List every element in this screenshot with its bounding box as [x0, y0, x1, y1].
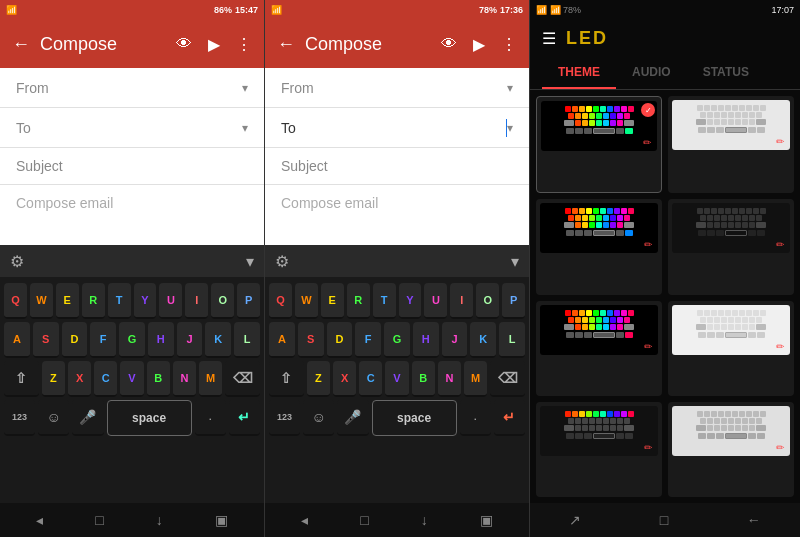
key-w-2[interactable]: W — [295, 283, 318, 319]
eye-icon-2[interactable]: 👁 — [441, 35, 457, 53]
settings-icon-2[interactable]: ⚙ — [275, 252, 289, 271]
theme-card-5[interactable]: ✏ — [536, 301, 662, 396]
key-emoji-2[interactable]: ☺ — [303, 400, 334, 436]
led-nav-home[interactable]: □ — [660, 512, 668, 528]
led-nav-back[interactable]: ← — [747, 512, 761, 528]
key-c-2[interactable]: C — [359, 361, 382, 397]
key-z-2[interactable]: Z — [307, 361, 330, 397]
nav-recent-1[interactable]: ▣ — [215, 512, 228, 528]
key-backspace-2[interactable]: ⌫ — [490, 361, 525, 397]
key-q[interactable]: Q — [4, 283, 27, 319]
key-j[interactable]: J — [177, 322, 203, 358]
key-n-2[interactable]: N — [438, 361, 461, 397]
edit-icon-8[interactable]: ✏ — [776, 442, 788, 454]
edit-icon-6[interactable]: ✏ — [776, 341, 788, 353]
nav-back-2[interactable]: ◂ — [301, 512, 308, 528]
key-r[interactable]: R — [82, 283, 105, 319]
send-icon-1[interactable]: ▶ — [208, 35, 220, 54]
key-e-2[interactable]: E — [321, 283, 344, 319]
key-i[interactable]: I — [185, 283, 208, 319]
tab-audio[interactable]: AUDIO — [616, 57, 687, 89]
from-field-1[interactable]: From ▾ — [0, 68, 264, 108]
key-y[interactable]: Y — [134, 283, 157, 319]
nav-recent-2[interactable]: ▣ — [480, 512, 493, 528]
key-u-2[interactable]: U — [424, 283, 447, 319]
key-q-2[interactable]: Q — [269, 283, 292, 319]
nav-home-1[interactable]: □ — [95, 512, 103, 528]
eye-icon-1[interactable]: 👁 — [176, 35, 192, 53]
back-button-1[interactable]: ← — [12, 34, 30, 55]
more-icon-2[interactable]: ⋮ — [501, 35, 517, 54]
tab-theme[interactable]: THEME — [542, 57, 616, 89]
key-v[interactable]: V — [120, 361, 143, 397]
to-field-1[interactable]: To ▾ — [0, 108, 264, 148]
send-icon-2[interactable]: ▶ — [473, 35, 485, 54]
key-123[interactable]: 123 — [4, 400, 35, 436]
to-field-2[interactable]: To ▾ — [265, 108, 529, 148]
key-z[interactable]: Z — [42, 361, 65, 397]
from-dropdown-2[interactable]: ▾ — [507, 81, 513, 95]
key-o-2[interactable]: O — [476, 283, 499, 319]
key-g-2[interactable]: G — [384, 322, 410, 358]
key-backspace[interactable]: ⌫ — [225, 361, 260, 397]
nav-down-2[interactable]: ↓ — [421, 512, 428, 528]
key-enter[interactable]: ↵ — [229, 400, 260, 436]
key-d-2[interactable]: D — [327, 322, 353, 358]
nav-down-1[interactable]: ↓ — [156, 512, 163, 528]
key-m[interactable]: M — [199, 361, 222, 397]
key-h-2[interactable]: H — [413, 322, 439, 358]
edit-icon-3[interactable]: ✏ — [644, 239, 656, 251]
key-j-2[interactable]: J — [442, 322, 468, 358]
key-w[interactable]: W — [30, 283, 53, 319]
edit-icon-1[interactable]: ✏ — [643, 137, 655, 149]
tab-status[interactable]: STATUS — [687, 57, 765, 89]
key-period-2[interactable]: . — [460, 400, 491, 436]
theme-card-8[interactable]: ✏ — [668, 402, 794, 497]
theme-card-7[interactable]: ✏ — [536, 402, 662, 497]
nav-back-1[interactable]: ◂ — [36, 512, 43, 528]
key-i-2[interactable]: I — [450, 283, 473, 319]
key-a-2[interactable]: A — [269, 322, 295, 358]
key-mic[interactable]: 🎤 — [72, 400, 103, 436]
key-p[interactable]: P — [237, 283, 260, 319]
keyboard-collapse-icon-2[interactable]: ▾ — [511, 252, 519, 271]
key-x[interactable]: X — [68, 361, 91, 397]
key-enter-2[interactable]: ↵ — [494, 400, 525, 436]
key-period[interactable]: . — [195, 400, 226, 436]
keyboard-collapse-icon-1[interactable]: ▾ — [246, 252, 254, 271]
key-f[interactable]: F — [90, 322, 116, 358]
key-x-2[interactable]: X — [333, 361, 356, 397]
to-dropdown-2[interactable]: ▾ — [507, 121, 513, 135]
key-v-2[interactable]: V — [385, 361, 408, 397]
key-shift[interactable]: ⇧ — [4, 361, 39, 397]
compose-area-2[interactable]: Compose email — [265, 185, 529, 245]
edit-icon-7[interactable]: ✏ — [644, 442, 656, 454]
back-button-2[interactable]: ← — [277, 34, 295, 55]
key-123-2[interactable]: 123 — [269, 400, 300, 436]
key-t[interactable]: T — [108, 283, 131, 319]
edit-icon-5[interactable]: ✏ — [644, 341, 656, 353]
theme-card-2[interactable]: ✏ — [668, 96, 794, 193]
key-k[interactable]: K — [205, 322, 231, 358]
key-g[interactable]: G — [119, 322, 145, 358]
theme-card-3[interactable]: ✏ — [536, 199, 662, 294]
more-icon-1[interactable]: ⋮ — [236, 35, 252, 54]
theme-card-6[interactable]: ✏ — [668, 301, 794, 396]
key-c[interactable]: C — [94, 361, 117, 397]
key-f-2[interactable]: F — [355, 322, 381, 358]
key-h[interactable]: H — [148, 322, 174, 358]
settings-icon-1[interactable]: ⚙ — [10, 252, 24, 271]
key-l[interactable]: L — [234, 322, 260, 358]
key-mic-2[interactable]: 🎤 — [337, 400, 368, 436]
key-k-2[interactable]: K — [470, 322, 496, 358]
key-space[interactable]: space — [107, 400, 192, 436]
key-t-2[interactable]: T — [373, 283, 396, 319]
theme-card-1[interactable]: ✓ ✏ — [536, 96, 662, 193]
theme-card-4[interactable]: ✏ — [668, 199, 794, 294]
key-b-2[interactable]: B — [412, 361, 435, 397]
key-l-2[interactable]: L — [499, 322, 525, 358]
subject-field-2[interactable]: Subject — [265, 148, 529, 185]
key-d[interactable]: D — [62, 322, 88, 358]
hamburger-menu-icon[interactable]: ☰ — [542, 29, 556, 48]
key-r-2[interactable]: R — [347, 283, 370, 319]
